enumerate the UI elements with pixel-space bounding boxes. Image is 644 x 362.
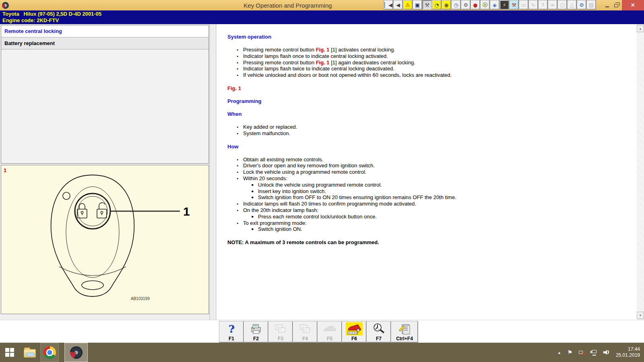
help-button[interactable]: ? F1 xyxy=(219,321,244,342)
remote-key-fob-drawing: 1 AB103199 xyxy=(14,171,199,308)
restore-button[interactable] xyxy=(611,0,622,10)
steering-icon: ○ xyxy=(558,0,567,9)
note-text: NOTE: A maximum of 3 remote controls can… xyxy=(227,239,633,245)
tray-expand-icon[interactable]: ▲ xyxy=(557,350,561,355)
power-status-icon[interactable]: × xyxy=(578,350,585,355)
section-heading: How xyxy=(227,144,633,150)
bullet-item: If vehicle unlocked and doors or boot no… xyxy=(237,72,633,78)
vehicle-header: Toyota Hilux (97-05) 2,5D D-4D 2001-05 E… xyxy=(0,10,644,24)
bullet-text: [1] activates central locking. xyxy=(330,47,395,53)
exhaust-icon: ≈ xyxy=(548,0,557,9)
repair-tools-icon[interactable]: ⚒ xyxy=(423,0,431,9)
figure-panel: 1 xyxy=(1,165,209,314)
world-time-icon[interactable]: ◔ xyxy=(432,0,441,9)
topic-item-battery-replacement[interactable]: Battery replacement xyxy=(1,37,208,49)
notes-icon xyxy=(398,322,411,335)
spark-plug-icon[interactable]: ⚡ xyxy=(500,0,509,9)
clock-date: 25.01.2019 xyxy=(616,352,640,358)
clock-time: 17:44 xyxy=(616,346,640,352)
diagnostic-tester-icon[interactable]: ▣ xyxy=(413,0,422,9)
copy-image-button: F3 xyxy=(268,321,293,342)
scroll-down-icon[interactable]: ▼ xyxy=(637,312,644,319)
left-pane: Remote central locking Battery replaceme… xyxy=(0,24,210,320)
vehicle-button: F5 xyxy=(318,321,342,342)
bullet-text: Pressing remote control button xyxy=(243,60,316,66)
notes-button[interactable]: Ctrl+F4 xyxy=(391,321,418,342)
truck-icon[interactable]: ◈ xyxy=(490,0,499,9)
body-panel-icon: ▭ xyxy=(519,0,528,9)
taskbar-item-file-explorer[interactable] xyxy=(19,343,40,362)
warnings-icon[interactable]: ⚠ xyxy=(403,0,412,9)
app-disc-icon xyxy=(2,2,9,9)
windows-logo-icon xyxy=(5,348,14,357)
figure-caption: AB103199 xyxy=(131,296,150,301)
sub-bullet-item: Switch ignition from OFF to ON 20 times … xyxy=(252,194,633,201)
wiring-icon: ∿ xyxy=(529,0,538,9)
sub-bullet-list: Switch ignition ON. xyxy=(237,226,633,232)
engine-bay-icon[interactable]: ● xyxy=(471,0,480,9)
bullet-item: Within 20 seconds: xyxy=(237,175,633,182)
manual-icon: ▤ xyxy=(587,0,596,9)
figure-index: 1 xyxy=(4,167,6,173)
minimize-button[interactable] xyxy=(603,0,611,10)
gauges-icon[interactable]: ◷ xyxy=(452,0,460,9)
main-region: Remote central locking Battery replaceme… xyxy=(0,24,644,320)
vertical-scrollbar[interactable]: ▲ ▼ xyxy=(637,25,644,319)
mouse-settings-icon[interactable]: ◉ xyxy=(442,0,451,9)
engine-code-line: Engine code: 2KD-FTV xyxy=(2,17,644,24)
vehicle-data-button[interactable]: 0 1 2 3 4 5 F6 xyxy=(342,321,366,342)
go-back-icon[interactable]: ◀ xyxy=(394,0,402,9)
bullet-item: Pressing remote control button Fig. 1 [1… xyxy=(237,47,633,53)
network-icon[interactable] xyxy=(591,350,597,355)
content-area: System operationPressing remote control … xyxy=(216,24,637,320)
service-tools-icon[interactable]: ⚒ xyxy=(510,0,518,9)
pane-splitter[interactable] xyxy=(210,24,216,320)
title-bar: Key Operation and Programming ▏◀◀⚠▣⚒◔◉◷⚙… xyxy=(0,0,644,10)
volume-icon[interactable] xyxy=(603,350,610,355)
section-heading: System operation xyxy=(227,34,633,40)
bullet-item: Key added or replaced. xyxy=(237,124,633,130)
scroll-up-icon[interactable]: ▲ xyxy=(637,25,644,32)
bullet-text: [1] again deactivates central locking. xyxy=(330,60,415,66)
printer-icon xyxy=(250,322,262,335)
topic-list: Remote central locking Battery replaceme… xyxy=(1,25,209,164)
taskbar-item-chrome[interactable] xyxy=(40,343,59,362)
car-icon xyxy=(323,322,336,335)
timing-belt-icon[interactable]: ⚙ xyxy=(461,0,470,9)
figure-reference[interactable]: Fig. 1 xyxy=(316,47,330,53)
sub-bullet-item: Unlock the vehicle using programmed remo… xyxy=(252,182,633,188)
sub-bullet-list: Press each remote control lock/unlock bu… xyxy=(237,214,633,220)
parts-info-icon: ? xyxy=(539,0,547,9)
bullet-item: Indicator lamps flash once to indicate c… xyxy=(237,53,633,60)
copy-image-icon xyxy=(275,322,287,335)
close-button[interactable]: × xyxy=(622,0,644,10)
vehicle-model-line: Toyota Hilux (97-05) 2,5D D-4D 2001-05 xyxy=(2,11,644,17)
print-button[interactable]: F2 xyxy=(244,321,268,342)
go-first-icon[interactable]: ▏◀ xyxy=(384,0,393,9)
taskbar: ▲ ⚑ × 17:44 25.01.2019 xyxy=(0,343,644,362)
sub-bullet-item: Press each remote control lock/unlock bu… xyxy=(252,214,633,220)
taskbar-item-workshop-app[interactable] xyxy=(64,343,88,362)
vehicle-data-icon: 0 1 2 3 4 5 xyxy=(346,322,363,335)
bullet-item: Driver's door open and key removed from … xyxy=(237,162,633,169)
jack-points-icon: △ xyxy=(568,0,576,9)
bullet-item: System malfunction. xyxy=(237,130,633,137)
figure-reference[interactable]: Fig. 1 xyxy=(316,60,330,66)
vehicle-lift-icon[interactable]: Ⓗ xyxy=(481,0,489,9)
bullet-text: Pressing remote control button xyxy=(243,47,316,53)
file-explorer-icon xyxy=(24,349,36,358)
figure-link[interactable]: Fig. 1 xyxy=(227,85,633,91)
chrome-icon xyxy=(43,346,56,359)
engine-data-icon[interactable]: ⚙ xyxy=(577,0,586,9)
clock[interactable]: 17:44 25.01.2019 xyxy=(616,346,640,358)
service-times-button[interactable]: F7 xyxy=(367,321,391,342)
bullet-item: Obtain all existing remote controls. xyxy=(237,156,633,163)
sub-bullet-list: Unlock the vehicle using programmed remo… xyxy=(237,182,633,201)
bullet-item: Lock the vehicle using a programmed remo… xyxy=(237,169,633,175)
topic-item-remote-central-locking[interactable]: Remote central locking xyxy=(1,25,208,37)
action-center-flag-icon[interactable]: ⚑ xyxy=(567,349,572,356)
window-controls: × xyxy=(603,0,644,10)
start-button[interactable] xyxy=(0,343,19,362)
section-heading: When xyxy=(227,111,633,117)
titlebar-toolbar: ▏◀◀⚠▣⚒◔◉◷⚙●Ⓗ◈⚡⚒▭∿?≈○△⚙▤ xyxy=(384,0,596,9)
